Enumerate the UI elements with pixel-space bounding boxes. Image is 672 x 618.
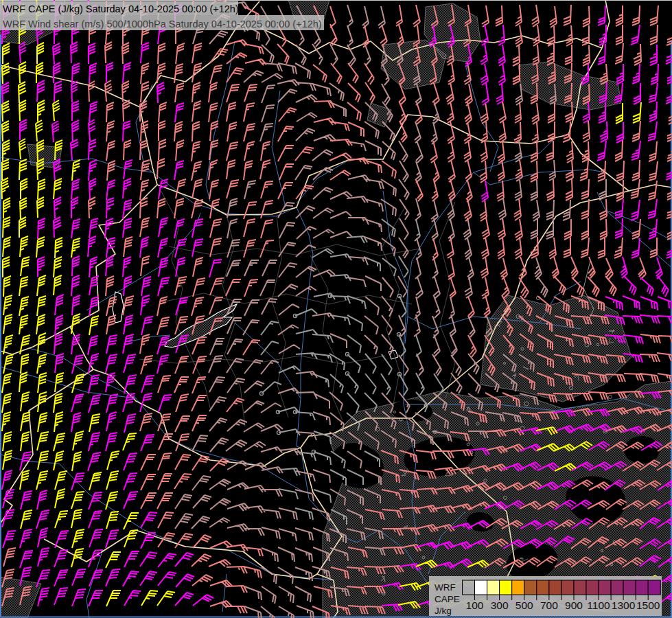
svg-text:1100: 1100 <box>587 599 610 611</box>
svg-text:300: 300 <box>491 599 509 611</box>
svg-text:900: 900 <box>565 599 583 611</box>
svg-text:WRF Wind shear (m/s) 500/1000h: WRF Wind shear (m/s) 500/1000hPa Saturda… <box>3 19 322 30</box>
svg-text:WRF: WRF <box>435 582 456 593</box>
svg-text:100: 100 <box>466 599 484 611</box>
svg-text:500: 500 <box>515 599 533 611</box>
svg-text:WRF CAPE (J/kg) Saturday 04-10: WRF CAPE (J/kg) Saturday 04-10-2025 00:0… <box>3 3 239 14</box>
svg-text:1300: 1300 <box>612 599 636 611</box>
svg-text:J/kg: J/kg <box>435 606 452 616</box>
svg-text:CAPE: CAPE <box>435 594 460 604</box>
svg-text:700: 700 <box>540 599 558 611</box>
svg-text:1500: 1500 <box>636 599 660 611</box>
